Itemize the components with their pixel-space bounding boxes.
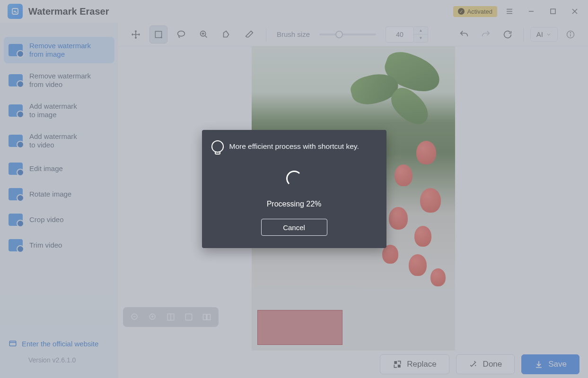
modal-tip-row: More efficient process with shortcut key…	[211, 140, 377, 153]
processing-text: Processing 22%	[267, 200, 322, 208]
cancel-label: Cancel	[283, 223, 305, 232]
processing-value: 22%	[306, 200, 321, 208]
modal-tip-text: More efficient process with shortcut key…	[229, 142, 359, 151]
processing-modal: More efficient process with shortcut key…	[202, 130, 386, 248]
processing-prefix: Processing	[267, 200, 307, 208]
cancel-button[interactable]: Cancel	[261, 219, 327, 236]
lightbulb-icon	[211, 140, 224, 153]
modal-overlay: More efficient process with shortcut key…	[0, 0, 588, 378]
spinner-icon	[286, 171, 302, 187]
